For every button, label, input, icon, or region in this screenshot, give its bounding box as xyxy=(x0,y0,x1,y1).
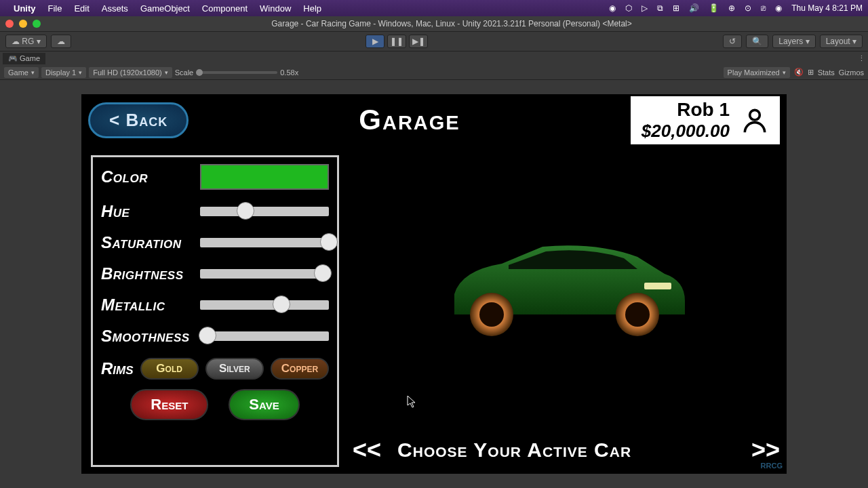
rim-gold-button[interactable]: Gold xyxy=(140,358,199,380)
resolution-dropdown[interactable]: Full HD (1920x1080) xyxy=(89,67,172,78)
scale-slider[interactable] xyxy=(196,71,277,74)
search-button[interactable]: 🔍 xyxy=(746,35,768,48)
unity-toolbar: ☁ RG ▾ ☁ ▶ ❚❚ ▶❚ ↺ 🔍 Layers ▾ Layout ▾ xyxy=(0,31,868,52)
player-name: Rob 1 xyxy=(642,99,730,121)
game-mode-dropdown[interactable]: Game xyxy=(4,67,39,78)
smoothness-slider[interactable] xyxy=(200,331,329,341)
menubar-right: ◉ ⬡ ▷ ⧉ ⊞ 🔊 🔋 ⊕ ⊙ ⎚ ◉ Thu May 4 8:21 PM xyxy=(609,3,863,13)
editor-tab-bar: 🎮 Game ⋮ xyxy=(0,52,868,65)
traffic-lights xyxy=(5,20,41,28)
car-nav: << Choose Your Active Car >> xyxy=(353,436,780,464)
saturation-slider[interactable] xyxy=(200,238,329,247)
save-button[interactable]: Save xyxy=(229,389,299,420)
car-preview[interactable] xyxy=(353,155,780,420)
rim-copper-button[interactable]: Copper xyxy=(271,358,329,380)
label-color: Color xyxy=(101,167,200,186)
hue-slider[interactable] xyxy=(200,207,329,216)
car-image xyxy=(441,237,692,338)
maximize-icon[interactable] xyxy=(33,20,41,28)
tab-game[interactable]: 🎮 Game xyxy=(3,53,45,64)
display-dropdown[interactable]: Display 1 xyxy=(41,67,86,78)
game-view-controls: Game Display 1 Full HD (1920x1080) Scale… xyxy=(0,65,868,80)
window-titlebar: Garage - Car Racing Game - Windows, Mac,… xyxy=(0,16,868,31)
label-hue: Hue xyxy=(101,202,200,221)
player-money: $20,000.00 xyxy=(642,121,730,142)
svg-rect-1 xyxy=(644,283,671,289)
menubar-clock[interactable]: Thu May 4 8:21 PM xyxy=(791,3,863,13)
play-maximized-dropdown[interactable]: Play Maximized xyxy=(724,67,790,78)
close-icon[interactable] xyxy=(5,20,14,28)
avatar-icon xyxy=(738,103,772,137)
search-icon[interactable]: ⊙ xyxy=(745,3,751,13)
label-brightness: Brightness xyxy=(101,264,200,283)
stats-button[interactable]: Stats xyxy=(818,68,835,77)
copy-icon[interactable]: ⧉ xyxy=(657,3,663,13)
pause-button[interactable]: ❚❚ xyxy=(387,35,406,48)
choose-car-label: Choose Your Active Car xyxy=(397,439,631,462)
menubar-app-name[interactable]: Unity xyxy=(14,3,36,14)
rim-silver-button[interactable]: Silver xyxy=(205,358,264,380)
gizmos-button[interactable]: Gizmos xyxy=(839,68,864,77)
game-viewport: < Back Garage Rob 1 $20,000.00 Color Hue xyxy=(0,80,868,488)
back-button[interactable]: < Back xyxy=(88,102,189,138)
siri-icon[interactable]: ◉ xyxy=(775,3,782,13)
prev-car-button[interactable]: << xyxy=(353,436,381,464)
window-title: Garage - Car Racing Game - Windows, Mac,… xyxy=(41,19,863,28)
svg-point-5 xyxy=(625,302,650,327)
watermark: RRCG xyxy=(761,462,783,470)
layout-dropdown[interactable]: Layout ▾ xyxy=(820,35,863,48)
play-icon[interactable]: ▷ xyxy=(642,3,648,13)
label-metallic: Metallic xyxy=(101,296,200,314)
label-smoothness: Smoothness xyxy=(101,327,200,346)
record-icon[interactable]: ◉ xyxy=(609,3,616,13)
brightness-slider[interactable] xyxy=(200,269,329,279)
menu-edit[interactable]: Edit xyxy=(74,3,89,14)
color-swatch[interactable] xyxy=(200,164,329,190)
menu-gameobject[interactable]: GameObject xyxy=(140,3,190,14)
control-center-icon[interactable]: ⎚ xyxy=(761,3,766,13)
step-button[interactable]: ▶❚ xyxy=(409,35,428,48)
play-button[interactable]: ▶ xyxy=(366,35,384,48)
game-screen: < Back Garage Rob 1 $20,000.00 Color Hue xyxy=(81,94,787,474)
menu-file[interactable]: File xyxy=(48,3,62,14)
menu-assets[interactable]: Assets xyxy=(102,3,128,14)
menu-help[interactable]: Help xyxy=(303,3,321,14)
scale-value: 0.58x xyxy=(280,68,298,77)
menu-component[interactable]: Component xyxy=(202,3,248,14)
layers-dropdown[interactable]: Layers ▾ xyxy=(772,35,815,48)
undo-history-button[interactable]: ↺ xyxy=(723,35,742,48)
grid-icon[interactable]: ⊞ xyxy=(808,68,814,77)
next-car-button[interactable]: >> xyxy=(751,436,780,464)
macos-menubar: Unity File Edit Assets GameObject Compon… xyxy=(0,0,868,16)
player-info-box[interactable]: Rob 1 $20,000.00 xyxy=(631,96,780,144)
label-rims: Rims xyxy=(101,359,134,378)
tab-menu-icon[interactable]: ⋮ xyxy=(858,54,865,63)
account-button[interactable]: ☁ RG ▾ xyxy=(5,35,47,48)
calendar-icon[interactable]: ⊞ xyxy=(673,3,679,13)
svg-point-0 xyxy=(750,110,760,120)
scale-label: Scale xyxy=(175,68,194,77)
menu-window[interactable]: Window xyxy=(260,3,291,14)
game-top-bar: < Back Garage Rob 1 $20,000.00 xyxy=(81,94,787,146)
volume-icon[interactable]: 🔊 xyxy=(689,3,699,13)
metallic-slider[interactable] xyxy=(200,300,329,310)
battery-icon[interactable]: 🔋 xyxy=(709,3,719,13)
unity-hub-icon[interactable]: ⬡ xyxy=(625,3,632,13)
svg-point-3 xyxy=(479,302,504,327)
label-saturation: Saturation xyxy=(101,233,200,252)
mute-icon[interactable]: 🔇 xyxy=(794,68,804,77)
customization-panel: Color Hue Saturation Brightness Metallic… xyxy=(91,155,339,467)
page-title: Garage xyxy=(189,104,631,136)
minimize-icon[interactable] xyxy=(19,20,27,28)
cloud-button[interactable]: ☁ xyxy=(51,35,71,48)
wifi-icon[interactable]: ⊕ xyxy=(728,3,735,13)
reset-button[interactable]: Reset xyxy=(130,389,208,420)
